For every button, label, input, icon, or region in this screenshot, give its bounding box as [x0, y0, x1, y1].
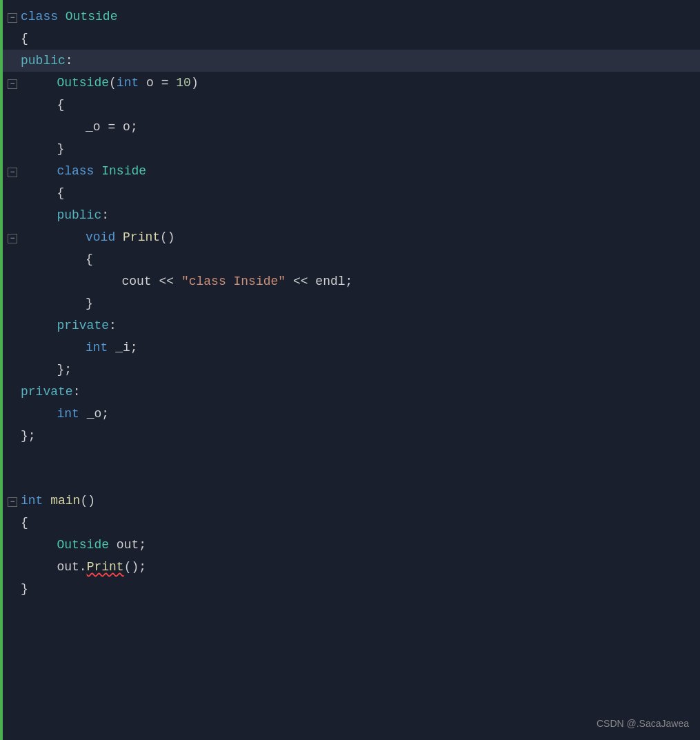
code-line-26: }	[0, 578, 700, 600]
code-line-25: out.Print();	[0, 556, 700, 578]
line-content-10: public:	[34, 204, 109, 226]
line-content-6: _o = o;	[48, 116, 138, 138]
line-content-18: private:	[21, 381, 80, 403]
code-line-22: − int main()	[0, 490, 700, 512]
spacer-1	[0, 447, 700, 468]
line-content-22: int main()	[21, 490, 95, 512]
code-line-15: private:	[0, 314, 700, 337]
line-content-15: private:	[34, 314, 117, 337]
fold-btn-1[interactable]: −	[6, 13, 19, 23]
code-line-1: − class Outside	[0, 6, 700, 28]
line-content-7: }	[34, 138, 64, 160]
line-content-25: out.Print();	[34, 556, 146, 578]
line-content-17: };	[34, 359, 72, 381]
code-line-2: {	[0, 28, 700, 50]
code-line-12: {	[0, 248, 700, 270]
code-line-5: {	[0, 94, 700, 116]
code-line-4: − Outside(int o = 10)	[0, 72, 700, 94]
line-content-2: {	[21, 28, 28, 50]
fold-btn-8[interactable]: −	[6, 168, 19, 177]
left-accent-bar	[0, 0, 3, 740]
code-line-9: {	[0, 182, 700, 204]
code-line-18: private:	[0, 381, 700, 403]
code-editor: − class Outside { public: − Outside(int …	[0, 0, 700, 641]
code-line-8: − class Inside	[0, 160, 700, 182]
code-line-23: {	[0, 512, 700, 534]
code-line-13: cout << "class Inside" << endl;	[0, 270, 700, 292]
line-content-9: {	[34, 182, 64, 204]
watermark: CSDN @.SacaJawea	[597, 718, 689, 729]
line-content-13: cout << "class Inside" << endl;	[62, 270, 352, 292]
code-line-17: };	[0, 359, 700, 381]
line-content-12: {	[48, 248, 93, 270]
code-line-7: }	[0, 138, 700, 160]
fold-btn-11[interactable]: −	[6, 234, 19, 243]
line-content-23: {	[21, 512, 28, 534]
line-content-24: Outside out;	[34, 534, 146, 556]
fold-btn-22[interactable]: −	[6, 497, 19, 507]
line-content-20: };	[21, 425, 36, 447]
line-content-11: void Print()	[48, 226, 175, 248]
line-content-19: int _o;	[34, 403, 109, 425]
line-content-16: int _i;	[48, 337, 138, 359]
code-line-20: };	[0, 425, 700, 447]
line-content-4: Outside(int o = 10)	[34, 72, 199, 94]
line-content-8: class Inside	[34, 160, 146, 182]
line-content-1: class Outside	[21, 6, 117, 28]
code-line-19: int _o;	[0, 403, 700, 425]
line-content-3: public:	[21, 50, 73, 72]
code-line-14: }	[0, 292, 700, 314]
code-line-6: _o = o;	[0, 116, 700, 138]
code-line-3: public:	[0, 50, 700, 72]
line-content-14: }	[48, 292, 93, 314]
code-line-11: − void Print()	[0, 226, 700, 248]
code-line-24: Outside out;	[0, 534, 700, 556]
code-line-16: int _i;	[0, 337, 700, 359]
line-content-26: }	[21, 578, 28, 600]
line-content-5: {	[34, 94, 64, 116]
code-line-10: public:	[0, 204, 700, 226]
code-line-21	[0, 468, 700, 490]
fold-btn-4[interactable]: −	[6, 79, 19, 89]
